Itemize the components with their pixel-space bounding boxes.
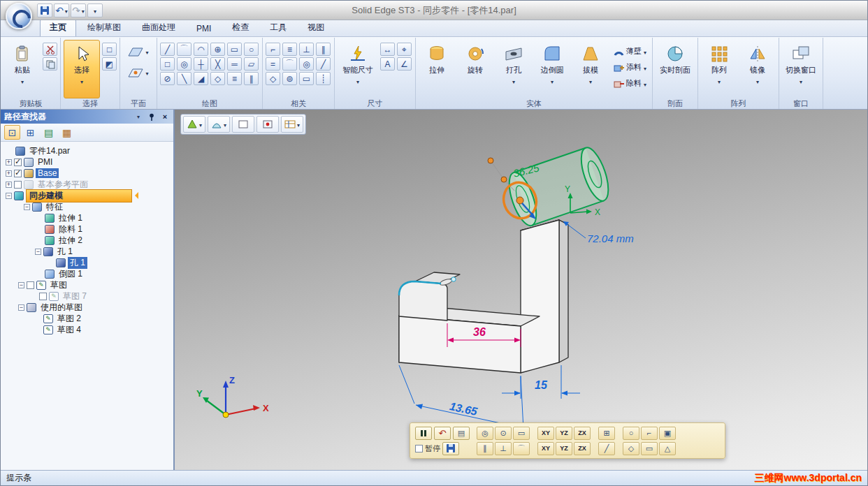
relate-tool-button[interactable]: ┊ — [316, 72, 331, 85]
live-rule-button[interactable]: XY — [537, 427, 554, 440]
coincident-plane-button[interactable] — [123, 43, 154, 61]
save-button[interactable] — [37, 3, 52, 17]
checkbox[interactable] — [14, 181, 22, 189]
draw-tool-button[interactable]: ╲ — [177, 72, 191, 85]
add-material-button[interactable]: 添料 — [611, 60, 649, 75]
panel-menu-icon[interactable] — [133, 112, 143, 122]
draw-tool-button[interactable]: ○ — [244, 43, 259, 56]
tree-item-base[interactable]: Base — [3, 168, 173, 179]
dimension-1365-group[interactable] — [399, 365, 523, 429]
live-rule-button[interactable]: ⌐ — [641, 427, 658, 440]
live-rule-button[interactable]: ▭ — [513, 427, 530, 440]
sensors-button[interactable] — [59, 125, 75, 140]
hole-button[interactable]: 打孔 — [496, 40, 532, 98]
expander-icon[interactable] — [6, 193, 12, 199]
live-rule-button[interactable]: YZ — [556, 442, 572, 455]
checkbox[interactable] — [39, 293, 47, 300]
dimension-depth[interactable]: 15 — [535, 379, 548, 391]
draw-tool-button[interactable]: ⊘ — [160, 72, 175, 85]
panel-pin-icon[interactable] — [147, 112, 157, 122]
cut-material-button[interactable]: 除料 — [611, 76, 649, 91]
draw-tool-button[interactable]: ▱ — [244, 57, 259, 71]
expander-icon[interactable] — [6, 170, 12, 177]
tab-draw-sketch[interactable]: 绘制草图 — [78, 19, 131, 36]
expander-icon[interactable] — [18, 304, 24, 311]
checkbox[interactable] — [27, 281, 34, 289]
paste-button[interactable]: 粘贴 — [4, 40, 41, 98]
live-rule-button[interactable]: △ — [659, 442, 676, 455]
tree-item-hole-1-child[interactable]: 孔 1 — [3, 257, 173, 268]
tree-item-sketch-2[interactable]: 草图 2 — [3, 313, 173, 324]
relate-tool-button[interactable]: ╱ — [316, 57, 331, 71]
live-rule-button[interactable]: ⊞ — [598, 427, 615, 440]
draw-tool-button[interactable]: ⌒ — [177, 43, 191, 56]
dimension-width[interactable]: 36 — [473, 326, 486, 338]
redo-button[interactable] — [71, 3, 86, 17]
switch-window-button[interactable]: 切换窗口 — [782, 40, 820, 98]
dimension-tool-button[interactable]: ∠ — [397, 57, 412, 71]
tab-tools[interactable]: 工具 — [260, 19, 296, 36]
model-part[interactable] — [399, 220, 568, 373]
tab-surfacing[interactable]: 曲面处理 — [132, 19, 185, 36]
tree-item-extrude-1[interactable]: 拉伸 1 — [3, 212, 173, 223]
tree-item-cut-1[interactable]: 除料 1 — [3, 223, 173, 235]
live-rule-button[interactable]: ▭ — [641, 442, 658, 455]
tree-item-sync-modeling[interactable]: 同步建模 — [3, 190, 173, 201]
dimension-tool-button[interactable]: ⌖ — [397, 43, 412, 56]
tree-item-pmi[interactable]: PMI — [3, 156, 173, 168]
panel-close-icon[interactable]: × — [160, 112, 170, 122]
live-rule-button[interactable]: ⊥ — [495, 442, 512, 455]
draw-tool-button[interactable]: ◇ — [210, 72, 225, 85]
relate-tool-button[interactable]: ⊚ — [282, 72, 297, 85]
live-rule-button[interactable]: ∥ — [477, 442, 493, 455]
restore-button[interactable] — [434, 427, 451, 440]
tab-view[interactable]: 视图 — [298, 19, 334, 36]
quickbar-extent-button[interactable] — [208, 116, 230, 133]
draw-tool-button[interactable]: ◢ — [194, 72, 208, 85]
more-planes-button[interactable] — [123, 64, 154, 82]
tab-home[interactable]: 主页 — [40, 19, 76, 36]
live-rule-button[interactable]: ◎ — [477, 427, 493, 440]
draw-tool-button[interactable]: ┼ — [194, 57, 208, 71]
draw-tool-button[interactable]: □ — [160, 57, 175, 71]
live-rule-button[interactable]: YZ — [556, 427, 572, 440]
knob-handle[interactable] — [501, 177, 507, 182]
tab-inspect[interactable]: 检查 — [222, 19, 259, 36]
draw-tool-button[interactable]: ◎ — [177, 57, 191, 71]
pause-button[interactable] — [415, 427, 432, 440]
pattern-button[interactable]: 阵列 — [701, 40, 737, 98]
relate-tool-button[interactable]: ◇ — [266, 72, 280, 85]
draw-tool-button[interactable]: ═ — [227, 57, 242, 71]
relate-tool-button[interactable]: ⊥ — [299, 43, 314, 56]
quickbar-region-button[interactable] — [232, 116, 254, 133]
save-rules-button[interactable] — [442, 442, 459, 455]
edge-handle[interactable] — [451, 277, 456, 281]
select-button[interactable]: 选择 — [64, 40, 100, 98]
live-rule-button[interactable]: XY — [537, 442, 554, 455]
draft-button[interactable]: 拔模 — [572, 40, 609, 98]
tree-item-round-1[interactable]: 倒圆 1 — [3, 268, 173, 279]
layers-button[interactable] — [41, 125, 57, 140]
tree-item-sketch-4[interactable]: 草图 4 — [3, 324, 173, 335]
cut-button[interactable] — [43, 43, 57, 56]
draw-tool-button[interactable]: ∥ — [244, 72, 259, 85]
extrude-button[interactable]: 拉伸 — [419, 40, 455, 98]
dimension-tool-button[interactable]: ↔ — [380, 43, 395, 56]
live-rule-button[interactable]: ZX — [574, 427, 591, 440]
quickbar-table-button[interactable] — [281, 116, 303, 133]
checkbox[interactable] — [14, 170, 22, 177]
pathfinder-view-button[interactable] — [4, 125, 20, 140]
live-section-button[interactable]: 实时剖面 — [656, 40, 695, 98]
relate-tool-button[interactable]: ▭ — [299, 72, 314, 85]
relate-tool-button[interactable]: ≡ — [282, 43, 297, 56]
knob-handle[interactable] — [488, 158, 493, 163]
draw-tool-button[interactable]: ≡ — [227, 72, 242, 85]
quickbar-select-mode-button[interactable] — [183, 116, 205, 133]
app-logo-icon[interactable] — [6, 3, 32, 29]
live-rule-button[interactable]: ▣ — [659, 427, 676, 440]
live-rule-button[interactable]: ⊙ — [495, 427, 512, 440]
tree-item-features[interactable]: 特征 — [3, 201, 173, 212]
smart-dimension-button[interactable]: 智能尺寸 — [338, 40, 378, 98]
live-rule-button[interactable]: ◇ — [623, 442, 639, 455]
qat-menu-button[interactable] — [87, 3, 103, 17]
